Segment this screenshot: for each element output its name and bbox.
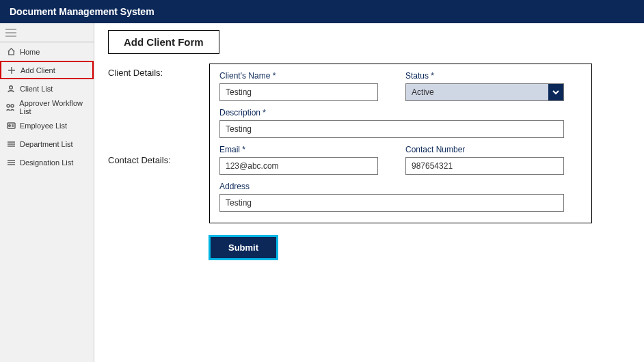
- sidebar-item-add-client[interactable]: Add Client: [0, 61, 94, 79]
- description-input[interactable]: [219, 120, 564, 138]
- section-client-details: Client Details:: [108, 64, 190, 152]
- sidebar-item-designation-list[interactable]: Designation List: [0, 153, 94, 171]
- svg-point-5: [10, 85, 13, 89]
- workflow-icon: [6, 102, 15, 112]
- client-name-input[interactable]: [219, 83, 378, 101]
- id-card-icon: [6, 121, 16, 130]
- sidebar-item-label: Home: [20, 48, 40, 56]
- contact-number-input[interactable]: [405, 157, 564, 175]
- page-title: Add Client Form: [108, 30, 219, 54]
- svg-point-9: [8, 124, 10, 126]
- address-input[interactable]: [219, 194, 564, 212]
- sidebar-item-label: Add Client: [21, 66, 55, 74]
- home-icon: [6, 47, 16, 57]
- chevron-down-icon: [548, 84, 563, 100]
- hamburger-button[interactable]: [0, 23, 94, 42]
- submit-button[interactable]: Submit: [209, 236, 278, 260]
- svg-point-7: [11, 105, 14, 107]
- sidebar-item-label: Designation List: [20, 158, 73, 167]
- section-contact-details: Contact Details:: [108, 152, 190, 197]
- sidebar: Home Add Client Client List Approver Wor…: [0, 23, 94, 362]
- svg-point-6: [7, 105, 10, 107]
- sidebar-item-label: Approver Workflow List: [19, 99, 93, 115]
- sidebar-item-employee-list[interactable]: Employee List: [0, 116, 94, 135]
- person-icon: [6, 84, 16, 94]
- app-header: Document Management System: [0, 0, 644, 23]
- client-name-label: Client's Name *: [219, 71, 378, 81]
- sidebar-item-label: Employee List: [20, 122, 67, 130]
- status-label: Status *: [405, 71, 564, 81]
- address-label: Address: [219, 182, 564, 191]
- list-icon: [6, 139, 16, 149]
- sidebar-item-department-list[interactable]: Department List: [0, 135, 94, 153]
- status-select[interactable]: Active: [405, 83, 564, 101]
- sidebar-item-client-list[interactable]: Client List: [0, 79, 94, 98]
- menu-icon: [5, 29, 16, 37]
- app-title: Document Management System: [10, 6, 155, 17]
- list-icon: [6, 158, 16, 167]
- page-title-text: Add Client Form: [124, 36, 204, 48]
- sidebar-item-home[interactable]: Home: [0, 42, 94, 61]
- plus-icon: [7, 66, 16, 75]
- description-label: Description *: [219, 108, 564, 117]
- email-input[interactable]: [219, 157, 378, 175]
- sidebar-item-approver-workflow[interactable]: Approver Workflow List: [0, 98, 94, 116]
- sidebar-item-label: Department List: [20, 140, 73, 148]
- email-label: Email *: [219, 145, 378, 154]
- contact-number-label: Contact Number: [405, 145, 564, 154]
- form-box: Client's Name * Status * Active: [209, 64, 592, 223]
- sidebar-item-label: Client List: [20, 85, 53, 93]
- main-content: Add Client Form Client Details: Contact …: [94, 23, 644, 362]
- status-value: Active: [406, 84, 548, 100]
